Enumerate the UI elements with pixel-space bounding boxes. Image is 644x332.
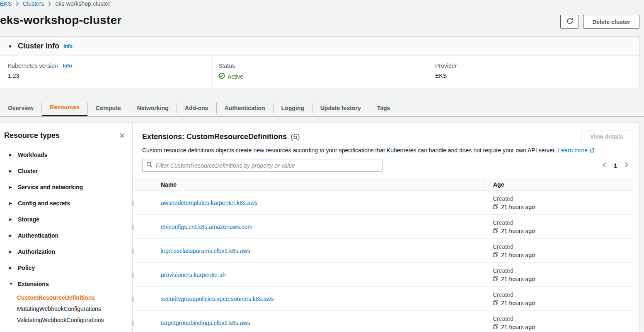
external-link-icon — [589, 148, 595, 154]
age-value: 21 hours ago — [501, 252, 535, 258]
crd-name-link[interactable]: awsnodetemplates.karpenter.k8s.aws — [156, 200, 483, 206]
description-text: Custom resource definitions objects crea… — [142, 147, 556, 154]
tab-networking[interactable]: Networking — [129, 99, 177, 116]
copy-icon[interactable] — [493, 204, 499, 211]
sidebar-group-label: Authentication — [18, 232, 58, 239]
row-select-radio[interactable] — [133, 247, 133, 255]
sidebar-group-label: Policy — [18, 265, 35, 271]
close-icon[interactable] — [119, 132, 126, 139]
current-page-number: 1 — [614, 162, 617, 169]
pagination: 1 — [602, 161, 629, 169]
sidebar-item-validatingwebhookconfigurations[interactable]: ValidatingWebhookConfigurations — [17, 314, 132, 325]
tab-overview[interactable]: Overview — [0, 99, 41, 116]
kubernetes-version-info-link[interactable]: Info — [63, 63, 72, 69]
chevron-right-icon — [624, 161, 629, 169]
sidebar-group-policy[interactable]: Policy — [0, 260, 132, 276]
header-actions: Delete cluster — [560, 15, 639, 29]
age-created-label: Created — [493, 195, 632, 202]
cluster-info-header[interactable]: Cluster info Info — [0, 37, 639, 56]
caret-right-icon — [9, 153, 14, 157]
age-created-label: Created — [493, 291, 632, 298]
crd-name-link[interactable]: provisioners.karpenter.sh — [156, 272, 483, 278]
page-title: eks-workshop-cluster — [0, 14, 121, 27]
delete-cluster-button[interactable]: Delete cluster — [583, 15, 639, 29]
age-value: 21 hours ago — [501, 276, 535, 282]
table-header-row: Name Age — [133, 178, 632, 191]
row-select-radio[interactable] — [133, 223, 133, 231]
chevron-right-icon — [15, 1, 19, 6]
sidebar-group-service-and-networking[interactable]: Service and networking — [0, 179, 132, 195]
crd-name-link[interactable]: securitygrouppolicies.vpcresources.k8s.a… — [156, 296, 483, 302]
resource-types-sidebar: Resource types Workloads Cluster Service… — [0, 123, 133, 332]
filter-input[interactable] — [156, 162, 378, 169]
kubernetes-version-label: Kubernetes version — [8, 63, 58, 69]
copy-icon[interactable] — [493, 228, 499, 235]
tab-tags[interactable]: Tags — [369, 99, 398, 116]
tab-compute[interactable]: Compute — [88, 99, 129, 116]
resource-types-tree: Workloads Cluster Service and networking… — [0, 147, 132, 325]
tab-add-ons[interactable]: Add-ons — [177, 99, 216, 116]
tab-update-history[interactable]: Update history — [312, 99, 369, 116]
copy-icon[interactable] — [493, 300, 499, 307]
sidebar-group-label: Authorization — [18, 248, 55, 255]
copy-icon[interactable] — [493, 252, 499, 259]
tab-resources[interactable]: Resources — [42, 99, 87, 116]
table-row: securitygrouppolicies.vpcresources.k8s.a… — [133, 287, 632, 311]
collapse-caret-icon — [8, 44, 12, 49]
crd-name-link[interactable]: eniconfigs.crd.k8s.amazonaws.com — [156, 224, 483, 230]
copy-icon[interactable] — [493, 324, 499, 331]
status-badge: Active — [228, 73, 243, 80]
crd-name-link[interactable]: targetgroupbindings.elbv2.k8s.aws — [156, 320, 483, 326]
sidebar-group-storage[interactable]: Storage — [0, 211, 132, 227]
age-created-label: Created — [493, 315, 632, 322]
caret-right-icon — [9, 185, 14, 189]
chevron-left-icon — [602, 161, 607, 169]
sidebar-group-label: Service and networking — [18, 184, 83, 190]
caret-right-icon — [9, 217, 14, 221]
sidebar-group-authentication[interactable]: Authentication — [0, 227, 132, 243]
refresh-button[interactable] — [560, 15, 579, 29]
row-select-radio[interactable] — [133, 319, 133, 327]
learn-more-link[interactable]: Learn more — [558, 147, 588, 154]
sidebar-group-cluster[interactable]: Cluster — [0, 163, 132, 179]
sidebar-group-label: Extensions — [18, 281, 49, 287]
crd-name-link[interactable]: ingressclassparams.elbv2.k8s.aws — [156, 248, 483, 254]
sidebar-group-config-and-secrets[interactable]: Config and secrets — [0, 195, 132, 211]
sidebar-item-mutatingwebhookconfigurations[interactable]: MutatingWebhookConfigurations — [17, 303, 132, 314]
filter-input-box — [142, 159, 383, 172]
sidebar-item-customresourcedefinitions[interactable]: CustomResourceDefinitions — [17, 292, 132, 303]
table-row: awsnodetemplates.karpenter.k8s.aws Creat… — [133, 191, 632, 215]
age-created-label: Created — [493, 243, 632, 250]
copy-icon[interactable] — [493, 276, 499, 283]
previous-page-button[interactable] — [602, 161, 607, 169]
row-select-radio[interactable] — [133, 199, 133, 207]
sidebar-group-workloads[interactable]: Workloads — [0, 147, 132, 163]
table-row: targetgroupbindings.elbv2.k8s.aws Create… — [133, 311, 632, 332]
refresh-icon — [566, 17, 574, 26]
sidebar-group-authorization[interactable]: Authorization — [0, 243, 132, 260]
tab-logging[interactable]: Logging — [274, 99, 312, 116]
age-value: 21 hours ago — [501, 300, 535, 306]
kubernetes-version-field: Kubernetes version Info 1.23 — [0, 56, 211, 88]
age-value: 21 hours ago — [501, 324, 535, 330]
column-header-name: Name — [156, 181, 483, 188]
content-area: Resource types Workloads Cluster Service… — [0, 123, 639, 332]
breadcrumb: EKS Clusters eks-workshop-cluster — [0, 0, 110, 7]
breadcrumb-link-eks[interactable]: EKS — [0, 0, 12, 7]
sidebar-group-extensions[interactable]: Extensions — [0, 276, 132, 292]
chevron-right-icon — [48, 1, 51, 6]
panel-description: Custom resource definitions objects crea… — [133, 147, 632, 154]
resource-count: (6) — [291, 132, 300, 141]
next-page-button[interactable] — [624, 161, 629, 169]
sidebar-group-label: Cluster — [18, 168, 38, 174]
provider-field: Provider EKS — [427, 56, 639, 88]
view-details-button[interactable]: View details — [581, 130, 632, 143]
table-row: eniconfigs.crd.k8s.amazonaws.com Created… — [133, 215, 632, 239]
cluster-info-info-link[interactable]: Info — [63, 43, 73, 49]
row-select-radio[interactable] — [133, 271, 133, 279]
age-value: 21 hours ago — [501, 204, 535, 210]
tab-authentication[interactable]: Authentication — [217, 99, 273, 116]
age-value: 21 hours ago — [501, 228, 535, 234]
breadcrumb-link-clusters[interactable]: Clusters — [23, 0, 44, 7]
row-select-radio[interactable] — [133, 295, 133, 303]
